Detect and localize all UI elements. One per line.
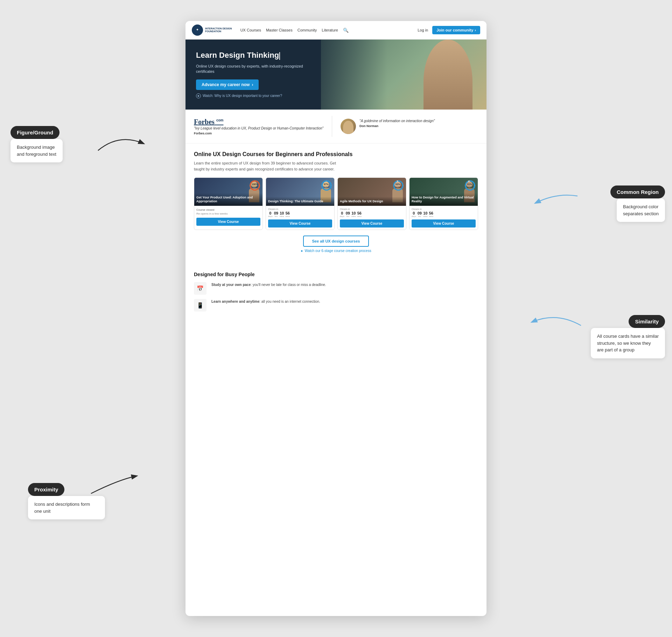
course-closed-text: Course closedRe-opens in a few weeks [196,208,260,216]
courses-desc: Learn the entire spectrum of UX design f… [194,160,341,172]
don-text: "A goldmine of information on interactio… [359,119,435,128]
course-bottom-4: Closes in 0 days 09 hrs 10 [410,206,478,230]
hero-subtitle: Online UX design courses by experts, wit… [196,64,318,75]
timer-hrs-2: 09 hrs [274,211,278,217]
course-overlay-4: How to Design for Augmented and Virtual … [410,193,478,206]
course-img-1: Get Your Product Used: Adoption and Appr… [194,178,262,206]
logo[interactable]: ✦ INTERACTION DESIGN FOUNDATION [192,24,232,36]
course-card-1: Get Your Product Used: Adoption and Appr… [194,177,263,230]
timer-secs-4: 56 secs [429,211,433,217]
ring-label-1: 100%finished [252,183,258,188]
nav-ux-courses[interactable]: UX Courses [240,28,261,32]
timer-hrs-3: 09 hrs [346,211,350,217]
ring-1: 100%finished [249,180,260,191]
course-card-4: How to Design for Augmented and Virtual … [409,177,478,230]
view-course-btn-3[interactable]: View Course [340,219,404,227]
busy-section: Designed for Busy People 📅 Study at your… [186,266,486,323]
annotation-similarity: Similarity All course cards have a simil… [591,315,665,358]
ring-4: 91%booked [464,180,476,191]
view-course-btn-4[interactable]: View Course [412,219,476,227]
course-img-2: Design Thinking: The Ultimate Guide 97%b… [266,178,334,206]
busy-text-1: Study at your own pace: you'll never be … [211,282,326,287]
course-img-3: Agile Methods for UX Design 93%booked [338,178,406,206]
don-avatar-shape [343,121,354,134]
hero-cta-button[interactable]: Advance my career now › [196,79,259,90]
hero-section: Learn Design Thinking Online UX design c… [186,40,486,110]
nav-links: UX Courses Master Classes Community Lite… [240,28,412,33]
play-icon-2: ● [301,249,303,253]
testimonials-section: Forbes com "Ivy League level education i… [186,110,486,144]
common-region-desc: Background colorseparates section [617,198,665,222]
annotation-common-region: Common Region Background colorseparates … [610,186,665,222]
courses-actions: See all UX design courses ● Watch our 6-… [194,236,478,253]
ring-label-2: 97%booked [324,183,329,188]
cursor [279,52,280,60]
course-card-3: Agile Methods for UX Design 93%booked [337,177,406,230]
common-region-label: Common Region [610,186,665,198]
play-icon: ▶ [196,93,201,98]
nav-right: Log in Join our community › [418,26,480,34]
busy-item-1: 📅 Study at your own pace: you'll never b… [194,282,478,295]
similarity-desc: All course cards have a similarstructure… [591,328,665,358]
timer-days-4: 0 days [412,211,416,217]
annotation-figure-ground: Figure/Ground Background imageand foregr… [10,126,63,162]
hero-watch-link[interactable]: ▶ Watch: Why is UX design important to y… [196,93,318,98]
similarity-label: Similarity [629,315,665,328]
busy-title: Designed for Busy People [194,272,478,277]
courses-title: Online UX Design Courses for Beginners a… [194,151,478,158]
logo-icon: ✦ [192,24,203,36]
closes-timer-4: 0 days 09 hrs 10 mins [412,211,476,217]
calendar-icon: 📅 [194,282,206,295]
course-overlay-3: Agile Methods for UX Design [338,197,406,206]
view-course-btn-2[interactable]: View Course [268,219,332,227]
timer-secs-2: 56 secs [286,211,290,217]
join-button[interactable]: Join our community › [432,26,480,34]
timer-secs-3: 56 secs [357,211,362,217]
arrow-similarity [528,304,584,332]
proximity-desc: Icons and descriptions form one unit [28,496,105,519]
forbes-quote: "Ivy League level education in UX, Produ… [194,126,323,131]
nav-community[interactable]: Community [298,28,317,32]
timer-hrs-4: 09 hrs [418,211,422,217]
course-overlay-1: Get Your Product Used: Adoption and Appr… [194,193,262,206]
page-wrapper: ✦ INTERACTION DESIGN FOUNDATION UX Cours… [0,0,672,637]
course-title-3: Agile Methods for UX Design [340,200,404,204]
ring-3: 93%booked [393,180,404,191]
progress-ring-4: 91%booked [464,180,476,191]
navbar: ✦ INTERACTION DESIGN FOUNDATION UX Cours… [186,21,486,40]
progress-ring-2: 97%booked [321,180,332,191]
course-bottom-2: Closes in 0 days 09 hrs 10 [266,206,334,230]
forbes-source: Forbes.com [194,132,323,135]
hero-overlay [321,40,486,110]
don-quote: "A goldmine of information on interactio… [359,119,435,124]
timer-mins-3: 10 mins [351,211,356,217]
closes-timer-2: 0 days 09 hrs 10 mins [268,211,332,217]
nav-master-classes[interactable]: Master Classes [266,28,293,32]
course-title-1: Get Your Product Used: Adoption and Appr… [196,196,260,204]
annotation-proximity: Proximity Icons and descriptions form on… [28,483,105,519]
view-course-btn-1[interactable]: View Course [196,218,260,226]
browser-card: ✦ INTERACTION DESIGN FOUNDATION UX Cours… [186,21,486,616]
watch-process-link[interactable]: ● Watch our 6-stage course creation proc… [194,249,478,253]
login-link[interactable]: Log in [418,28,428,32]
course-overlay-2: Design Thinking: The Ultimate Guide [266,197,334,206]
forbes-logo: Forbes com [194,118,323,126]
timer-days-3: 0 days [340,211,344,217]
closes-label-3: Closes in [340,208,404,210]
forbes-testimonial: Forbes com "Ivy League level education i… [194,118,323,135]
don-norman-testimonial: "A goldmine of information on interactio… [341,119,435,134]
course-bottom-3: Closes in 0 days 09 hrs 10 [338,206,406,230]
don-name: Don Norman [359,124,435,128]
logo-text: INTERACTION DESIGN FOUNDATION [205,27,232,33]
ring-label-3: 93%booked [396,183,401,188]
course-cards-grid: Get Your Product Used: Adoption and Appr… [194,177,478,230]
arrow-common-region [532,189,581,210]
search-icon[interactable]: 🔍 [343,28,349,33]
progress-ring-1: 100%finished [249,180,260,191]
progress-ring-3: 93%booked [393,180,404,191]
closes-label-4: Closes in [412,208,476,210]
see-all-button[interactable]: See all UX design courses [303,236,369,247]
nav-literature[interactable]: Literature [322,28,338,32]
hero-content: Learn Design Thinking Online UX design c… [196,51,318,98]
ring-2: 97%booked [321,180,332,191]
